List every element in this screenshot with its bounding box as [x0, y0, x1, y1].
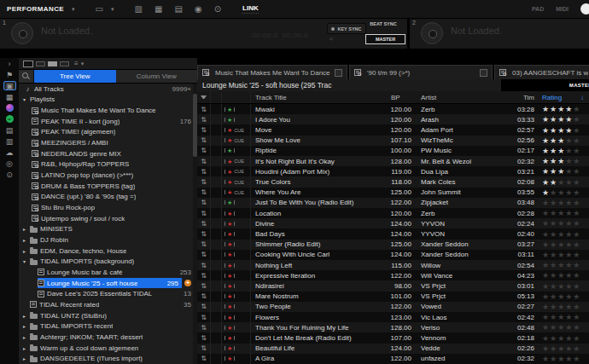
- mixer-icon[interactable]: ▤: [174, 5, 182, 14]
- rating-star-icon[interactable]: ★: [573, 209, 580, 217]
- deck-1-jog-wheel-icon[interactable]: [11, 22, 33, 44]
- rating-star-icon[interactable]: ★: [542, 157, 550, 165]
- rating-star-icon[interactable]: ★: [550, 323, 557, 332]
- track-rating[interactable]: ★★★★★: [538, 292, 589, 301]
- rating-star-icon[interactable]: ★: [573, 199, 580, 207]
- rating-star-icon[interactable]: ★: [573, 303, 580, 311]
- track-rating[interactable]: ★★★★★: [538, 313, 589, 321]
- link-button[interactable]: LINK: [242, 4, 259, 14]
- rating-star-icon[interactable]: ★: [550, 167, 557, 176]
- rating-star-icon[interactable]: ★: [550, 271, 557, 280]
- expander-collapse-icon[interactable]: ▾: [22, 258, 30, 264]
- rating-star-icon[interactable]: ★: [542, 126, 550, 135]
- rating-star-icon[interactable]: ★: [542, 230, 550, 239]
- rating-star-icon[interactable]: ★: [542, 344, 550, 353]
- rating-star-icon[interactable]: ★: [557, 115, 565, 124]
- rating-star-icon[interactable]: ★: [542, 178, 550, 187]
- rating-star-icon[interactable]: ★: [550, 136, 557, 145]
- rating-star-icon[interactable]: ★: [573, 355, 580, 363]
- rating-star-icon[interactable]: ★: [542, 188, 550, 197]
- track-row[interactable]: ⇅★Mare Nostrum101.00VS Prjct05:13★★★★★: [197, 292, 589, 302]
- bookmark-icon[interactable]: ⚑: [3, 70, 16, 79]
- rating-star-icon[interactable]: ★: [565, 313, 573, 321]
- tree-item[interactable]: PEAK TIME! (algemeen): [19, 127, 197, 138]
- track-row[interactable]: ⇅★Beautiful Life124.00Vedde02:26★★★★★: [197, 344, 589, 354]
- track-row[interactable]: ⇅★Shimmer (Radio Edit)125.00Xander Seddo…: [197, 240, 589, 250]
- rating-star-icon[interactable]: ★: [557, 230, 565, 239]
- rating-star-icon[interactable]: ★: [565, 261, 573, 269]
- rating-star-icon[interactable]: ★: [550, 105, 557, 113]
- tab-pin-icon[interactable]: [480, 69, 487, 77]
- track-rating[interactable]: ★★★★★: [538, 209, 589, 217]
- tree-item[interactable]: Lounge Music bar & café253: [19, 267, 197, 278]
- deck-2-jog-wheel-icon[interactable]: [421, 22, 443, 44]
- track-row[interactable]: ⇅★Two People122.00Vowed02:27★★★★★: [197, 302, 589, 312]
- rating-star-icon[interactable]: ★: [542, 240, 550, 249]
- tree-item[interactable]: Dave Lee's 2025 Essentials TIDAL13: [19, 288, 197, 299]
- tree-item[interactable]: Music That Makes Me Want To Dance: [19, 105, 197, 116]
- track-row[interactable]: ⇅★CUEHoudini (Adam Port Mix)119.00Dua Li…: [197, 166, 589, 176]
- rating-star-icon[interactable]: ★: [542, 209, 550, 217]
- column-header-bpm[interactable]: BP: [388, 94, 417, 101]
- track-row[interactable]: ⇅★Cooking With Uncle Carl124.00Xander Se…: [197, 250, 589, 260]
- pad-label[interactable]: PAD: [532, 6, 544, 12]
- account-icon[interactable]: [580, 3, 589, 14]
- rating-star-icon[interactable]: ★: [550, 251, 557, 259]
- rating-star-icon[interactable]: ★: [550, 261, 557, 269]
- add-track-badge-icon[interactable]: +: [184, 280, 191, 286]
- playlist-tab[interactable]: 03) AANGESCHAFT is w: [494, 65, 589, 79]
- browser-pane-icon[interactable]: [23, 61, 33, 67]
- rating-star-icon[interactable]: ★: [550, 230, 557, 239]
- track-row[interactable]: ⇅★CUETrue Colors118.00Mark Coles02:08★★★…: [197, 176, 589, 187]
- rating-star-icon[interactable]: ★: [542, 355, 550, 363]
- expander-expand-icon[interactable]: ▸: [22, 226, 30, 232]
- rating-star-icon[interactable]: ★: [565, 282, 573, 291]
- vinyl-icon[interactable]: ⊙: [3, 170, 16, 179]
- tree-item[interactable]: ▸TIDAL UNTZ (StuBru): [19, 310, 197, 321]
- rating-star-icon[interactable]: ★: [573, 115, 580, 124]
- layout-chevron-down-icon[interactable]: ▾: [111, 6, 114, 13]
- rating-star-icon[interactable]: ★: [557, 136, 565, 145]
- rating-star-icon[interactable]: ★: [550, 344, 557, 353]
- rating-star-icon[interactable]: ★: [565, 188, 573, 197]
- tree-item[interactable]: ▸Warm up & cool down algemeen: [19, 343, 197, 354]
- rating-star-icon[interactable]: ★: [573, 147, 580, 155]
- rating-star-icon[interactable]: ★: [573, 323, 580, 332]
- track-rating[interactable]: ★★★★★: [538, 282, 589, 291]
- rating-star-icon[interactable]: ★: [557, 282, 565, 291]
- usb-device-icon[interactable]: ▤: [3, 125, 16, 135]
- track-rating[interactable]: ★★★★★: [538, 105, 589, 113]
- rating-star-icon[interactable]: ★: [557, 303, 565, 311]
- expander-expand-icon[interactable]: ▸: [22, 323, 30, 329]
- rating-star-icon[interactable]: ★: [542, 303, 550, 311]
- rating-star-icon[interactable]: ★: [557, 313, 565, 321]
- tree-item[interactable]: ▾TIDAL IMPORTS (background): [19, 257, 197, 268]
- rating-star-icon[interactable]: ★: [573, 313, 580, 321]
- rating-star-icon[interactable]: ★: [565, 303, 573, 311]
- rating-star-icon[interactable]: ★: [557, 209, 565, 217]
- track-row[interactable]: ⇅★CUEShow Me Love107.10WizTheMc02:56★★★★…: [197, 136, 589, 146]
- tree-item[interactable]: ▸Achtergr; INKOM; TAART; dessert: [19, 332, 197, 343]
- track-row[interactable]: ⇅★CUEWhere You Are125.00John Summit03:55…: [197, 188, 589, 198]
- list-view-icon[interactable]: ≡: [74, 60, 79, 67]
- column-header-artist[interactable]: Artist: [417, 94, 512, 101]
- rating-star-icon[interactable]: ★: [557, 271, 565, 280]
- rating-star-icon[interactable]: ★: [557, 219, 565, 228]
- list-view-chevron-down-icon[interactable]: ▾: [81, 61, 85, 67]
- rating-star-icon[interactable]: ★: [550, 240, 557, 249]
- rating-star-icon[interactable]: ★: [565, 178, 573, 187]
- track-rating[interactable]: ★★★★★: [538, 147, 589, 155]
- track-row[interactable]: ⇅★Don't Let Me Break (Radio Edit)107.00V…: [197, 332, 589, 343]
- track-rating[interactable]: ★★★★★: [538, 167, 589, 176]
- tree-item[interactable]: DRUM & Bass TOPPERS (tag): [19, 181, 197, 192]
- track-rating[interactable]: ★★★★★: [538, 251, 589, 259]
- pad-editor-icon[interactable]: ▥: [135, 5, 143, 14]
- tree-item[interactable]: Lounge Music '25 - soft house295+: [19, 278, 197, 289]
- rating-star-icon[interactable]: ★: [557, 261, 565, 269]
- rating-star-icon[interactable]: ★: [557, 188, 565, 197]
- status-column-header[interactable]: [222, 91, 251, 103]
- expander-expand-icon[interactable]: ▸: [22, 355, 30, 361]
- rating-star-icon[interactable]: ★: [573, 157, 580, 165]
- track-row[interactable]: ⇅★Location120.00Zerb02:28★★★★★: [197, 208, 589, 218]
- rating-star-icon[interactable]: ★: [542, 313, 550, 321]
